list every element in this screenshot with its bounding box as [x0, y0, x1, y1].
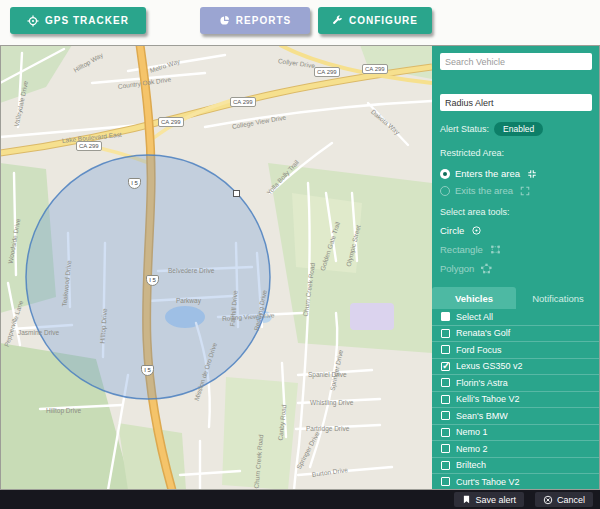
- configure-icon: [332, 15, 343, 26]
- reports-icon: [219, 15, 230, 26]
- reports-tab[interactable]: REPORTS: [200, 7, 310, 34]
- enters-area-text: Enters the area: [455, 168, 520, 179]
- save-icon: [462, 495, 471, 504]
- gps-tracker-tab[interactable]: GPS TRACKER: [10, 7, 146, 34]
- vehicle-label: Ford Focus: [456, 345, 502, 355]
- vehicle-label: Kelli's Tahoe V2: [456, 394, 520, 404]
- enter-area-icon: [527, 169, 537, 179]
- gps-tracker-label: GPS TRACKER: [45, 15, 129, 26]
- reports-label: REPORTS: [236, 15, 291, 26]
- exit-area-icon: [520, 186, 530, 196]
- cancel-icon: [543, 495, 553, 505]
- vehicle-row[interactable]: Curt's Tahoe V2: [432, 474, 600, 490]
- exits-area-text: Exits the area: [455, 185, 513, 196]
- enters-area-radio[interactable]: [440, 169, 450, 179]
- vehicle-label: Select All: [456, 312, 493, 322]
- polygon-tool-icon: [481, 263, 492, 274]
- tool-rectangle[interactable]: Rectangle: [440, 241, 592, 257]
- vehicle-label: Lexus GS350 v2: [456, 361, 523, 371]
- vehicle-row[interactable]: Select All: [432, 309, 600, 326]
- top-navigation: GPS TRACKER REPORTS CONFIGURE: [0, 0, 600, 45]
- restricted-area-label: Restricted Area:: [440, 148, 592, 158]
- vehicle-checkbox[interactable]: [441, 312, 450, 321]
- vehicle-label: Sean's BMW: [456, 411, 508, 421]
- configure-label: CONFIGURE: [349, 15, 418, 26]
- vehicle-checkbox[interactable]: [441, 362, 450, 371]
- vehicle-row[interactable]: Sean's BMW: [432, 408, 600, 425]
- exits-area-option[interactable]: Exits the area: [440, 182, 592, 199]
- vehicle-checkbox[interactable]: [441, 444, 450, 453]
- vehicle-row[interactable]: Florin's Astra: [432, 375, 600, 392]
- vehicle-label: Nemo 1: [456, 427, 488, 437]
- configure-tab[interactable]: CONFIGURE: [318, 7, 432, 34]
- alert-name-input[interactable]: [440, 94, 592, 111]
- tool-polygon[interactable]: Polygon: [440, 260, 592, 276]
- vehicle-checkbox[interactable]: [441, 428, 450, 437]
- vehicle-row[interactable]: Nemo 1: [432, 425, 600, 442]
- map-graphics: [0, 45, 432, 490]
- tool-circle-text: Circle: [440, 225, 464, 236]
- vehicle-row[interactable]: Ford Focus: [432, 342, 600, 359]
- cancel-label: Cancel: [557, 495, 585, 505]
- vehicle-checkbox[interactable]: [441, 477, 450, 486]
- sidebar-tabs: Vehicles Notifications: [432, 287, 600, 309]
- rectangle-tool-icon: [490, 244, 501, 255]
- vehicle-row[interactable]: Briltech: [432, 458, 600, 475]
- tool-circle[interactable]: Circle: [440, 222, 592, 238]
- vehicle-label: Curt's Tahoe V2: [456, 477, 520, 487]
- gps-tracker-icon: [27, 15, 39, 27]
- tool-polygon-text: Polygon: [440, 263, 474, 274]
- tool-rectangle-text: Rectangle: [440, 244, 483, 255]
- exits-area-radio[interactable]: [440, 186, 450, 196]
- alert-status-toggle[interactable]: Enabled: [494, 122, 543, 136]
- vehicle-row[interactable]: Lexus GS350 v2: [432, 359, 600, 376]
- app-window: GPS TRACKER REPORTS CONFIGURE: [0, 0, 600, 509]
- enters-area-option[interactable]: Enters the area: [440, 165, 592, 182]
- vehicle-checkbox[interactable]: [441, 395, 450, 404]
- tab-notifications[interactable]: Notifications: [516, 287, 600, 309]
- search-vehicle-input[interactable]: [440, 53, 592, 70]
- vehicle-row[interactable]: Nemo 2: [432, 441, 600, 458]
- alert-status-label: Alert Status:: [440, 124, 489, 134]
- cancel-button[interactable]: Cancel: [535, 492, 593, 507]
- map-canvas[interactable]: Valleydale DriveHilltop WayMetro WayCoun…: [0, 45, 432, 490]
- vehicle-checkbox[interactable]: [441, 411, 450, 420]
- vehicle-label: Renata's Golf: [456, 328, 510, 338]
- alert-config-panel: Alert Status: Enabled Restricted Area: E…: [432, 45, 600, 490]
- save-alert-label: Save alert: [475, 495, 516, 505]
- bottom-bar: Save alert Cancel: [0, 490, 600, 509]
- vehicle-list: Select AllRenata's GolfFord FocusLexus G…: [432, 309, 600, 490]
- vehicle-label: Briltech: [456, 460, 486, 470]
- vehicle-row[interactable]: Renata's Golf: [432, 326, 600, 343]
- vehicle-label: Florin's Astra: [456, 378, 508, 388]
- circle-tool-icon: [471, 225, 482, 236]
- tab-vehicles[interactable]: Vehicles: [432, 287, 516, 309]
- vehicle-checkbox[interactable]: [441, 329, 450, 338]
- vehicle-row[interactable]: Kelli's Tahoe V2: [432, 392, 600, 409]
- save-alert-button[interactable]: Save alert: [454, 492, 524, 507]
- vehicle-label: Nemo 2: [456, 444, 488, 454]
- vehicle-checkbox[interactable]: [441, 378, 450, 387]
- area-tools-label: Select area tools:: [440, 207, 592, 217]
- circle-resize-handle[interactable]: [233, 190, 240, 197]
- vehicle-checkbox[interactable]: [441, 345, 450, 354]
- vehicle-checkbox[interactable]: [441, 461, 450, 470]
